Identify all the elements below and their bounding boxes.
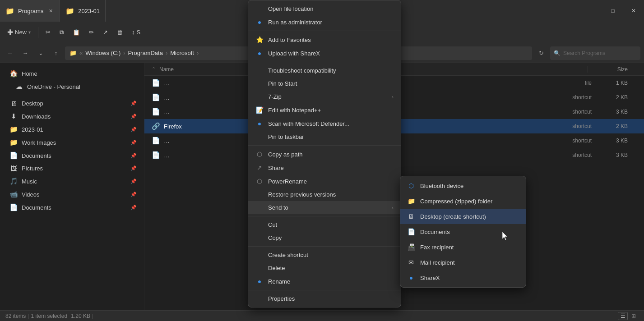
paste-button[interactable]: 📋	[69, 27, 83, 38]
documents2-pin-icon: 📌	[130, 205, 137, 211]
share-icon: ↗	[103, 29, 108, 36]
up-button[interactable]: ↑	[50, 47, 62, 60]
file-type-3: shortcut	[572, 109, 592, 115]
status-sep-3: |	[92, 313, 93, 319]
ctx-powerrename-label: PowerRename	[268, 178, 394, 185]
path-sep-2: ›	[166, 50, 167, 56]
file-type-5: shortcut	[572, 138, 592, 144]
refresh-button[interactable]: ↻	[535, 47, 547, 60]
path-part-windows: Windows (C:)	[85, 50, 120, 56]
copy-button[interactable]: ⧉	[56, 27, 67, 38]
ctx-sep-2	[248, 62, 401, 62]
new-icon: ✚	[7, 28, 13, 37]
cut-icon: ✂	[46, 29, 51, 36]
ctx-copy-path-label: Copy as path	[268, 151, 394, 158]
sidebar-item-downloads[interactable]: ⬇ Downloads 📌	[2, 110, 142, 123]
ctx-rename[interactable]: ● Rename	[248, 275, 401, 288]
ctx-delete[interactable]: Delete	[248, 261, 401, 275]
sidebar-item-documents2[interactable]: 📄 Documents 📌	[2, 201, 142, 214]
sidebar-documents-label: Documents	[22, 152, 51, 159]
ctx-create-shortcut[interactable]: Create shortcut	[248, 248, 401, 261]
ctx-fav-icon: ⭐	[255, 36, 264, 43]
ctx-run-as-admin[interactable]: ● Run as administrator	[248, 15, 401, 29]
sub-sharex[interactable]: ● ShareX	[400, 270, 526, 285]
ctx-sharex-label: Upload with ShareX	[268, 50, 394, 57]
sidebar-item-documents[interactable]: 📄 Documents 📌	[2, 149, 142, 162]
sub-bluetooth[interactable]: ⬡ Bluetooth device	[400, 178, 526, 193]
cut-button[interactable]: ✂	[42, 27, 54, 38]
sidebar-item-videos[interactable]: 📹 Videos 📌	[2, 188, 142, 201]
ctx-pin-start[interactable]: Pin to Start	[248, 77, 401, 90]
sub-compressed[interactable]: 📁 Compressed (zipped) folder	[400, 193, 526, 209]
sub-mail[interactable]: ✉ Mail recipient	[400, 255, 526, 270]
ctx-properties[interactable]: Properties	[248, 292, 401, 305]
delete-button[interactable]: 🗑	[113, 27, 126, 38]
ctx-add-favorites[interactable]: ⭐ Add to Favorites	[248, 33, 401, 46]
ctx-edit-notepad[interactable]: 📝 Edit with Notepad++	[248, 103, 401, 117]
sub-fax[interactable]: 📠 Fax recipient	[400, 239, 526, 255]
ctx-open-file-location[interactable]: Open file location	[248, 2, 401, 15]
sidebar-item-onedrive[interactable]: ☁ OneDrive - Personal	[2, 80, 142, 93]
share-button[interactable]: ↗	[99, 27, 111, 38]
ctx-run-label: Run as administrator	[268, 19, 394, 26]
file-size-5: 3 KB	[592, 138, 637, 144]
rename-button[interactable]: ✏	[85, 27, 97, 38]
sort-button[interactable]: ↕ S	[128, 27, 144, 38]
new-button[interactable]: ✚ New ▾	[4, 26, 34, 39]
tab-2023-label: 2023-01	[78, 8, 100, 14]
ctx-7zip-arrow: ›	[392, 94, 394, 100]
back-button[interactable]: ←	[4, 47, 16, 60]
sidebar-desktop-label: Desktop	[22, 100, 43, 107]
file-size-1: 1 KB	[592, 80, 637, 86]
file-type-firefox: shortcut	[572, 123, 592, 129]
sub-desktop-shortcut[interactable]: 🖥 Desktop (create shortcut)	[400, 209, 526, 224]
list-view-button[interactable]: ☰	[618, 312, 628, 320]
sidebar-item-pictures[interactable]: 🖼 Pictures 📌	[2, 162, 142, 174]
view-buttons: ☰ ⊞	[618, 312, 639, 320]
ctx-upload-sharex[interactable]: ● Upload with ShareX	[248, 46, 401, 60]
sub-documents[interactable]: 📄 Documents	[400, 224, 526, 239]
path-separator-1: «	[79, 50, 83, 56]
forward-button[interactable]: →	[19, 47, 32, 60]
sidebar-item-home[interactable]: 🏠 Home	[2, 67, 142, 80]
expand-button[interactable]: ⌄	[34, 47, 47, 60]
folder-2023-icon: 📁	[9, 125, 18, 133]
send-to-submenu: ⬡ Bluetooth device 📁 Compressed (zipped)…	[400, 176, 526, 288]
close-button[interactable]: ✕	[623, 4, 644, 18]
minimize-button[interactable]: —	[582, 4, 602, 18]
sidebar-item-work-images[interactable]: 📁 Work Images 📌	[2, 136, 142, 149]
ctx-restore[interactable]: Restore previous versions	[248, 188, 401, 201]
sidebar-downloads-label: Downloads	[22, 113, 51, 120]
tab-programs[interactable]: 📁 Programs ✕	[0, 0, 60, 22]
ctx-send-to[interactable]: Send to ›	[248, 201, 401, 214]
file-type-6: shortcut	[572, 152, 592, 158]
col-size-header[interactable]: Size	[592, 66, 637, 73]
file-size-2: 2 KB	[592, 94, 637, 101]
music-icon: 🎵	[9, 177, 18, 185]
ctx-cut[interactable]: Cut	[248, 218, 401, 231]
tab-2023-01[interactable]: 📁 2023-01	[60, 0, 106, 22]
tab-programs-close[interactable]: ✕	[47, 7, 54, 14]
sidebar-item-music[interactable]: 🎵 Music 📌	[2, 175, 142, 188]
tab-programs-label: Programs	[18, 8, 43, 14]
sidebar-item-desktop[interactable]: 🖥 Desktop 📌	[2, 97, 142, 110]
maximize-button[interactable]: □	[602, 4, 623, 18]
ctx-troubleshoot[interactable]: Troubleshoot compatibility	[248, 64, 401, 77]
grid-view-button[interactable]: ⊞	[629, 312, 639, 320]
search-box[interactable]: 🔍 Search Programs	[550, 46, 640, 60]
ctx-pin-taskbar[interactable]: Pin to taskbar	[248, 130, 401, 143]
compressed-icon: 📁	[407, 197, 416, 206]
ctx-copy[interactable]: Copy	[248, 231, 401, 244]
path-folder-icon: 📁	[69, 50, 77, 56]
ctx-copy-path[interactable]: ⬡ Copy as path	[248, 147, 401, 161]
new-dropdown-icon: ▾	[28, 30, 31, 35]
collapse-button[interactable]: ⌃	[152, 66, 156, 72]
ctx-sep-5	[248, 246, 401, 247]
home-icon: 🏠	[9, 69, 18, 78]
sidebar-music-label: Music	[22, 178, 37, 185]
sidebar-item-2023-01[interactable]: 📁 2023-01 📌	[2, 123, 142, 136]
ctx-scan-defender[interactable]: ● Scan with Microsoft Defender...	[248, 117, 401, 130]
ctx-7zip[interactable]: 7-Zip ›	[248, 90, 401, 103]
ctx-share[interactable]: ↗ Share	[248, 161, 401, 174]
ctx-powerrename[interactable]: ⬡ PowerRename	[248, 174, 401, 188]
